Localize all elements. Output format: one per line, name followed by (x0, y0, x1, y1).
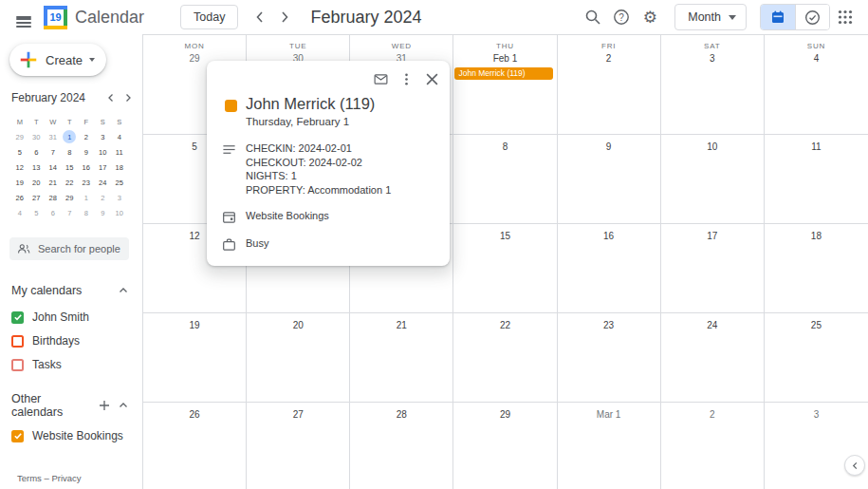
mini-day-selected[interactable]: 1 (62, 129, 79, 144)
mini-day[interactable]: 1 (78, 190, 95, 205)
calendar-checkbox[interactable] (11, 311, 24, 324)
show-side-panel-button[interactable] (844, 455, 865, 476)
mini-day[interactable]: 10 (95, 144, 112, 160)
day-cell[interactable]: 26 (143, 403, 247, 489)
tasks-view-toggle[interactable] (795, 5, 829, 29)
day-cell[interactable]: SAT3 (661, 35, 765, 135)
day-cell[interactable]: 19 (143, 313, 247, 403)
day-cell[interactable]: 16 (558, 224, 661, 313)
collapse-other-calendars-button[interactable] (114, 396, 133, 415)
mini-day[interactable]: 7 (62, 205, 79, 220)
day-cell[interactable]: 28 (350, 403, 453, 489)
day-cell[interactable]: 25 (765, 313, 868, 403)
next-month-button[interactable] (272, 4, 297, 30)
mini-day[interactable]: 8 (62, 144, 79, 160)
terms-privacy-links[interactable]: Terms – Privacy (17, 473, 82, 483)
mini-prev-month-button[interactable] (102, 89, 120, 106)
google-apps-button[interactable] (832, 4, 859, 30)
email-guests-button[interactable] (371, 69, 390, 88)
mini-day[interactable]: 28 (45, 190, 62, 205)
calendar-checkbox[interactable] (11, 335, 24, 348)
day-cell[interactable]: 22 (453, 313, 557, 403)
calendar-list-item[interactable]: John Smith (11, 310, 133, 324)
mini-day[interactable]: 2 (95, 190, 112, 205)
mini-day[interactable]: 6 (28, 144, 46, 160)
mini-day[interactable]: 11 (111, 144, 128, 160)
mini-day[interactable]: 12 (11, 160, 28, 175)
mini-day[interactable]: 24 (95, 175, 112, 190)
mini-day[interactable]: 2 (78, 129, 95, 144)
mini-day[interactable]: 19 (11, 175, 28, 190)
mini-day[interactable]: 21 (45, 175, 62, 190)
day-cell[interactable]: 3 (765, 403, 868, 489)
calendar-list-item[interactable]: Website Bookings (11, 429, 133, 442)
day-cell[interactable]: 18 (765, 224, 868, 313)
mini-day[interactable]: 22 (62, 175, 79, 190)
mini-day[interactable]: 4 (11, 205, 28, 220)
mini-day[interactable]: 29 (11, 129, 28, 144)
mini-day[interactable]: 10 (111, 205, 128, 220)
day-cell[interactable]: 2 (661, 403, 765, 489)
mini-next-month-button[interactable] (120, 89, 137, 106)
mini-day[interactable]: 30 (28, 129, 46, 144)
help-button[interactable]: ? (608, 4, 635, 30)
collapse-my-calendars-button[interactable] (114, 281, 133, 300)
mini-day[interactable]: 29 (62, 190, 79, 205)
mini-day[interactable]: 17 (95, 160, 112, 175)
mini-day[interactable]: 3 (111, 190, 128, 205)
mini-day[interactable]: 13 (28, 160, 46, 175)
day-cell[interactable]: 11 (765, 135, 868, 224)
event-chip[interactable]: John Merrick (119) (454, 67, 552, 80)
day-cell[interactable]: FRI2 (558, 35, 661, 135)
mini-day[interactable]: 3 (95, 129, 112, 144)
day-cell[interactable]: Mar 1 (558, 403, 661, 489)
day-cell[interactable]: 27 (247, 403, 350, 489)
day-cell[interactable]: SUN4 (765, 35, 868, 135)
day-cell[interactable]: 23 (558, 313, 661, 403)
day-cell[interactable]: 8 (453, 135, 557, 224)
mini-day[interactable]: 4 (111, 129, 128, 144)
day-cell[interactable]: 15 (453, 224, 557, 313)
mini-day[interactable]: 9 (78, 144, 95, 160)
day-cell[interactable]: 10 (661, 135, 765, 224)
mini-day[interactable]: 25 (111, 175, 128, 190)
mini-day[interactable]: 15 (62, 160, 79, 175)
mini-day[interactable]: 26 (11, 190, 28, 205)
prev-month-button[interactable] (248, 4, 272, 30)
mini-day[interactable]: 8 (78, 205, 95, 220)
day-cell[interactable]: 9 (558, 135, 661, 224)
search-button[interactable] (580, 4, 606, 30)
day-cell[interactable]: 24 (661, 313, 765, 403)
mini-day[interactable]: 31 (45, 129, 62, 144)
create-button[interactable]: Create (9, 44, 106, 76)
calendar-checkbox[interactable] (11, 430, 24, 442)
mini-day[interactable]: 23 (78, 175, 95, 190)
mini-day[interactable]: 7 (45, 144, 62, 160)
add-other-calendars-button[interactable] (95, 396, 114, 415)
search-for-people-input[interactable]: Search for people (9, 237, 129, 260)
calendar-list-item[interactable]: Tasks (11, 358, 133, 371)
settings-button[interactable]: ⚙ (637, 4, 663, 30)
mini-day[interactable]: 5 (11, 144, 28, 160)
mini-day[interactable]: 20 (28, 175, 46, 190)
mini-day[interactable]: 27 (28, 190, 46, 205)
mini-day[interactable]: 6 (45, 205, 62, 220)
day-cell[interactable]: 21 (350, 313, 453, 403)
close-button[interactable] (422, 69, 441, 88)
mini-day[interactable]: 5 (28, 205, 46, 220)
mini-day[interactable]: 9 (95, 205, 112, 220)
calendar-logo-icon[interactable]: 19 (44, 6, 67, 29)
mini-day[interactable]: 16 (78, 160, 95, 175)
view-selector-dropdown[interactable]: Month (674, 4, 747, 30)
calendar-list-item[interactable]: Birthdays (11, 334, 133, 348)
calendar-checkbox[interactable] (11, 359, 24, 371)
mini-day[interactable]: 14 (45, 160, 62, 175)
today-button[interactable]: Today (180, 5, 238, 29)
main-menu-button[interactable] (8, 4, 40, 30)
options-button[interactable] (397, 69, 416, 88)
day-cell[interactable]: 20 (247, 313, 350, 403)
mini-day[interactable]: 18 (111, 160, 128, 175)
day-cell[interactable]: 29 (453, 403, 557, 489)
day-cell[interactable]: THUFeb 1John Merrick (119) (453, 35, 557, 135)
calendar-view-toggle[interactable] (761, 5, 795, 29)
